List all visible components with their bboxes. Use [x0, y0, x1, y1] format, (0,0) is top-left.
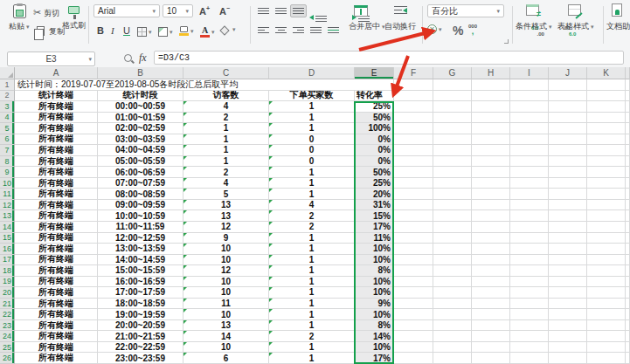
cell[interactable]: 10% — [355, 287, 394, 299]
increase-font-button[interactable]: A+ — [199, 5, 210, 17]
cell[interactable]: 11% — [355, 233, 394, 244]
cell[interactable] — [433, 123, 472, 134]
cell[interactable] — [587, 189, 626, 200]
cell[interactable]: 23:00~23:59 — [98, 353, 183, 364]
cell[interactable] — [394, 156, 433, 168]
dialog-launcher[interactable] — [504, 39, 509, 44]
cell[interactable] — [626, 255, 630, 266]
distribute-button[interactable] — [325, 24, 342, 37]
cell[interactable] — [394, 331, 433, 342]
cell[interactable] — [472, 178, 510, 189]
column-header-C[interactable]: C — [183, 67, 269, 79]
cell[interactable] — [549, 189, 587, 200]
cell[interactable] — [587, 145, 626, 156]
cell[interactable]: 4 — [269, 200, 355, 211]
cell[interactable] — [626, 244, 630, 255]
cell[interactable]: 06:00~06:59 — [98, 167, 183, 178]
cell[interactable] — [433, 167, 472, 178]
cell[interactable] — [549, 134, 587, 146]
cell[interactable] — [587, 79, 626, 91]
cell[interactable] — [549, 113, 587, 124]
cell[interactable] — [549, 233, 587, 244]
cell[interactable] — [510, 113, 549, 124]
cell[interactable] — [549, 200, 587, 211]
cell[interactable] — [626, 265, 630, 277]
bold-button[interactable]: B — [97, 25, 104, 36]
cell[interactable] — [510, 299, 549, 310]
cell[interactable]: 8% — [355, 320, 394, 332]
row-header-11[interactable]: 11 — [0, 189, 15, 200]
align-middle-button[interactable] — [273, 4, 289, 17]
cell[interactable]: 05:00~05:59 — [98, 156, 183, 168]
row-header-3[interactable]: 3 — [0, 101, 15, 113]
cell[interactable]: 1 — [269, 342, 355, 354]
cell[interactable] — [472, 277, 510, 288]
decrease-font-button[interactable]: A− — [219, 5, 230, 17]
cell[interactable] — [433, 331, 472, 342]
cell[interactable] — [587, 91, 626, 102]
cell[interactable]: 1 — [269, 123, 355, 134]
name-box[interactable]: E3 ▾ — [7, 52, 95, 66]
paste-button[interactable]: 粘贴▾ — [9, 4, 30, 31]
cell[interactable]: 所有终端 — [15, 189, 98, 200]
row-header-5[interactable]: 5 — [0, 123, 15, 134]
cell[interactable] — [394, 134, 433, 146]
cell[interactable]: 10% — [355, 244, 394, 255]
cell[interactable]: 2 — [269, 222, 355, 233]
cell[interactable] — [510, 189, 549, 200]
row-header-2[interactable]: 2 — [0, 91, 15, 102]
align-center-button[interactable] — [273, 24, 289, 37]
cell[interactable] — [626, 178, 630, 189]
align-bottom-button[interactable] — [290, 4, 307, 17]
cell[interactable] — [472, 265, 510, 277]
cell[interactable] — [587, 287, 626, 299]
cell[interactable] — [394, 91, 433, 102]
cell[interactable] — [587, 210, 626, 222]
cell[interactable] — [472, 244, 510, 255]
cell[interactable] — [587, 255, 626, 266]
cell[interactable]: 2 — [269, 331, 355, 342]
header-cell[interactable]: 访客数 — [183, 91, 269, 102]
cell[interactable] — [472, 331, 510, 342]
cell[interactable]: 10 — [183, 309, 269, 320]
cell[interactable]: 2 — [183, 167, 269, 178]
cell[interactable]: 所有终端 — [15, 210, 98, 222]
cell[interactable] — [394, 233, 433, 244]
cell[interactable]: 15% — [355, 210, 394, 222]
conditional-format-button[interactable]: 条件格式▾ — [516, 4, 552, 31]
cell[interactable] — [433, 309, 472, 320]
cell[interactable] — [472, 123, 510, 134]
cell[interactable] — [549, 178, 587, 189]
cell[interactable]: 13 — [183, 200, 269, 211]
thousands-separator-button[interactable]: 000, — [468, 24, 477, 34]
row-header-14[interactable]: 14 — [0, 222, 15, 233]
cell[interactable]: 0% — [355, 134, 394, 146]
cell[interactable] — [394, 189, 433, 200]
cell[interactable] — [433, 200, 472, 211]
cell[interactable]: 10 — [183, 244, 269, 255]
cell[interactable]: 14:00~14:59 — [98, 255, 183, 266]
cell[interactable] — [472, 156, 510, 168]
cell[interactable]: 15:00~15:59 — [98, 265, 183, 277]
cell[interactable]: 所有终端 — [15, 287, 98, 299]
cell[interactable]: 1 — [269, 265, 355, 277]
cell[interactable]: 100% — [355, 123, 394, 134]
column-header-I[interactable]: I — [510, 67, 549, 79]
cell[interactable]: 01:00~01:59 — [98, 113, 183, 124]
cell[interactable] — [626, 277, 630, 288]
cell[interactable]: 10% — [355, 255, 394, 266]
select-all-corner[interactable] — [0, 67, 15, 79]
cell[interactable]: 1 — [269, 309, 355, 320]
cell[interactable] — [587, 309, 626, 320]
cell[interactable] — [587, 244, 626, 255]
cell[interactable]: 1 — [269, 287, 355, 299]
cell[interactable] — [472, 210, 510, 222]
cell[interactable] — [587, 101, 626, 113]
cell[interactable] — [394, 178, 433, 189]
cell[interactable] — [587, 156, 626, 168]
cell[interactable] — [587, 331, 626, 342]
cell[interactable]: 02:00~02:59 — [98, 123, 183, 134]
cell[interactable] — [626, 156, 630, 168]
cell[interactable]: 1 — [269, 113, 355, 124]
cell[interactable]: 9% — [355, 299, 394, 310]
